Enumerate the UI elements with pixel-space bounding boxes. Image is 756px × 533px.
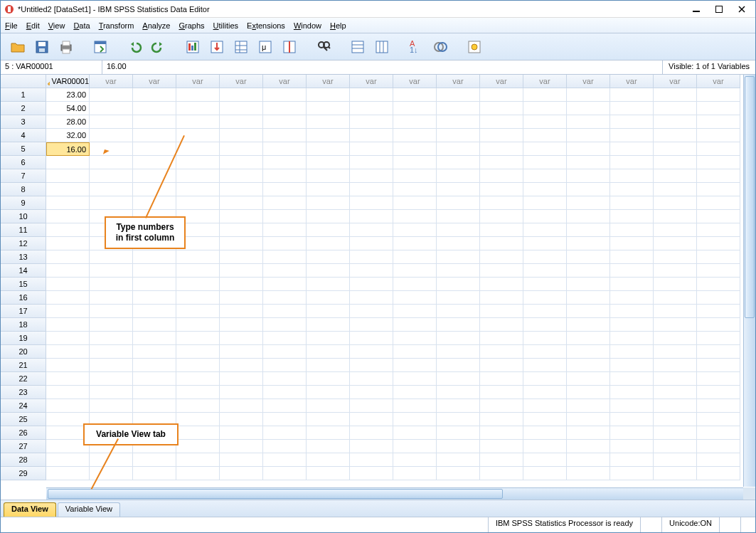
data-cell[interactable]: [90, 156, 133, 169]
data-cell[interactable]: [46, 210, 90, 223]
data-cell[interactable]: [46, 264, 90, 278]
data-cell[interactable]: [393, 223, 437, 237]
column-header-empty[interactable]: var: [437, 75, 480, 88]
data-cell[interactable]: [437, 440, 480, 453]
data-cell[interactable]: [90, 359, 133, 372]
data-cell[interactable]: [654, 223, 697, 237]
data-cell[interactable]: [176, 426, 220, 440]
data-cell[interactable]: [176, 264, 220, 278]
data-cell[interactable]: [90, 399, 133, 413]
data-cell[interactable]: [567, 426, 610, 440]
data-cell[interactable]: [133, 386, 176, 399]
data-cell[interactable]: [437, 264, 480, 278]
data-cell[interactable]: [176, 183, 220, 196]
data-cell[interactable]: [567, 250, 610, 264]
data-cell[interactable]: [220, 359, 263, 372]
data-cell[interactable]: [46, 237, 90, 250]
data-cell[interactable]: [90, 115, 133, 129]
data-cell[interactable]: [654, 210, 697, 223]
use-sets-button[interactable]: [430, 37, 450, 57]
data-cell[interactable]: [307, 237, 350, 250]
menu-data[interactable]: Data: [73, 21, 90, 30]
menu-analyze[interactable]: Analyze: [142, 21, 170, 30]
data-cell[interactable]: [220, 413, 263, 426]
data-cell[interactable]: [567, 196, 610, 210]
data-cell[interactable]: [654, 453, 697, 467]
data-cell[interactable]: [610, 210, 654, 223]
data-cell[interactable]: [263, 183, 307, 196]
data-cell[interactable]: [480, 332, 523, 345]
data-cell[interactable]: [90, 386, 133, 399]
column-header-empty[interactable]: var: [610, 75, 654, 88]
descend-button[interactable]: [207, 37, 227, 57]
data-cell[interactable]: [437, 169, 480, 183]
data-cell[interactable]: [263, 453, 307, 467]
data-cell[interactable]: [610, 413, 654, 426]
data-grid[interactable]: VAR00001varvarvarvarvarvarvarvarvarvarva…: [1, 75, 755, 480]
data-cell[interactable]: [393, 129, 437, 142]
data-cell[interactable]: [307, 426, 350, 440]
data-cell[interactable]: [567, 467, 610, 480]
data-cell[interactable]: [176, 359, 220, 372]
menu-file[interactable]: File: [5, 21, 18, 30]
data-cell[interactable]: [263, 291, 307, 305]
data-cell[interactable]: [350, 345, 393, 359]
data-cell[interactable]: [90, 372, 133, 386]
column-header-empty[interactable]: var: [176, 75, 220, 88]
minimize-button[interactable]: [686, 2, 707, 16]
row-header[interactable]: 29: [1, 467, 46, 480]
data-cell[interactable]: [176, 291, 220, 305]
data-cell[interactable]: [654, 264, 697, 278]
data-cell[interactable]: [654, 359, 697, 372]
data-cell[interactable]: [523, 440, 567, 453]
row-header[interactable]: 20: [1, 345, 46, 359]
data-cell[interactable]: [567, 129, 610, 142]
data-cell[interactable]: [480, 102, 523, 115]
data-cell[interactable]: [567, 291, 610, 305]
goto-case-button[interactable]: [90, 37, 110, 57]
redo-button[interactable]: [149, 37, 169, 57]
data-cell[interactable]: [393, 169, 437, 183]
column-header-empty[interactable]: var: [307, 75, 350, 88]
data-cell[interactable]: [523, 102, 567, 115]
data-cell[interactable]: [350, 399, 393, 413]
data-cell[interactable]: [133, 129, 176, 142]
data-cell[interactable]: [133, 115, 176, 129]
data-cell[interactable]: [46, 318, 90, 332]
menu-extensions[interactable]: Extensions: [247, 21, 285, 30]
data-cell[interactable]: [610, 399, 654, 413]
data-cell[interactable]: [697, 399, 740, 413]
row-header[interactable]: 1: [1, 88, 46, 102]
data-cell[interactable]: [480, 264, 523, 278]
select-cases-button[interactable]: [231, 37, 251, 57]
data-cell[interactable]: [350, 318, 393, 332]
data-cell[interactable]: [480, 115, 523, 129]
data-cell[interactable]: [437, 291, 480, 305]
data-cell[interactable]: [133, 183, 176, 196]
data-cell[interactable]: [176, 102, 220, 115]
row-header[interactable]: 26: [1, 426, 46, 440]
data-cell[interactable]: [654, 345, 697, 359]
data-cell[interactable]: [654, 196, 697, 210]
menu-view[interactable]: View: [48, 21, 65, 30]
data-cell[interactable]: [393, 210, 437, 223]
data-cell[interactable]: [437, 467, 480, 480]
open-button[interactable]: [8, 37, 28, 57]
data-cell[interactable]: [90, 318, 133, 332]
data-cell[interactable]: [697, 453, 740, 467]
data-cell[interactable]: [610, 372, 654, 386]
data-cell[interactable]: [654, 372, 697, 386]
row-header[interactable]: 27: [1, 440, 46, 453]
data-cell[interactable]: [697, 318, 740, 332]
data-cell[interactable]: [480, 440, 523, 453]
data-cell[interactable]: [350, 196, 393, 210]
data-cell[interactable]: [393, 115, 437, 129]
data-cell[interactable]: [610, 237, 654, 250]
data-cell[interactable]: [263, 264, 307, 278]
data-cell[interactable]: [437, 129, 480, 142]
column-header-empty[interactable]: var: [654, 75, 697, 88]
data-cell[interactable]: [90, 169, 133, 183]
data-cell[interactable]: [307, 278, 350, 291]
data-cell[interactable]: [610, 359, 654, 372]
row-header[interactable]: 14: [1, 264, 46, 278]
